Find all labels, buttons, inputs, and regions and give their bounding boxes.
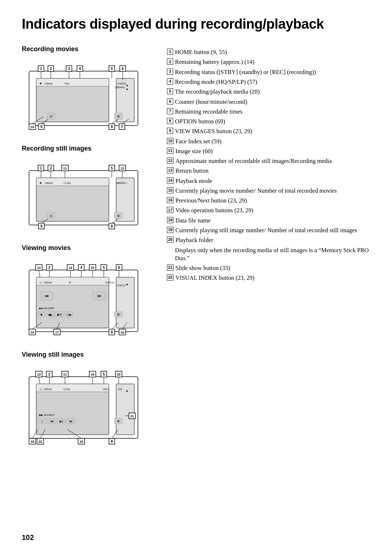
svg-text:16: 16 bbox=[121, 331, 124, 334]
svg-text:6: 6 bbox=[118, 266, 120, 270]
indicator-13: 13 Return button bbox=[167, 167, 370, 175]
svg-text:9: 9 bbox=[40, 224, 42, 228]
svg-text:★: ★ bbox=[39, 82, 42, 85]
recording-movies-title: Recording movies bbox=[22, 45, 156, 54]
svg-text:5: 5 bbox=[111, 67, 113, 71]
indicator-9: 9 VIEW IMAGES button (23, 29) bbox=[167, 127, 370, 135]
left-column: Recording movies 1 bbox=[22, 45, 156, 460]
svg-text:18: 18 bbox=[30, 331, 34, 334]
svg-text:⚙: ⚙ bbox=[117, 313, 120, 316]
svg-text:□1.0m: □1.0m bbox=[63, 388, 70, 390]
viewing-movies-section: Viewing movies 13 2 14 bbox=[22, 243, 156, 341]
page-number: 102 bbox=[22, 532, 34, 542]
recording-still-images-title: Recording still images bbox=[22, 144, 156, 153]
page-title: Indicators displayed during recording/pl… bbox=[22, 15, 370, 34]
svg-text:0:00:00: 0:00:00 bbox=[118, 82, 126, 85]
svg-text:⊳: ⊳ bbox=[69, 281, 72, 284]
indicator-22: 22 VISUAL INDEX button (23, 29) bbox=[167, 274, 370, 282]
svg-text:5: 5 bbox=[103, 372, 105, 376]
indicator-6: 6 Counter (hour/minute/second) bbox=[167, 98, 370, 106]
svg-text:101: 101 bbox=[118, 388, 122, 390]
svg-text:▶▶ 101-0014: ▶▶ 101-0014 bbox=[39, 414, 54, 416]
indicator-5: 5 The recording/playback media (20) bbox=[167, 88, 370, 96]
svg-text:▶II: ▶II bbox=[57, 313, 62, 316]
indicator-12: 12 Approximate number of recordable stil… bbox=[167, 157, 370, 165]
svg-text:□60min: □60min bbox=[44, 281, 52, 284]
svg-text:4: 4 bbox=[79, 67, 81, 71]
svg-rect-139 bbox=[116, 384, 134, 435]
svg-text:◀▶: ◀▶ bbox=[48, 313, 53, 316]
indicator-16: 16 Previous/Next button (23, 29) bbox=[167, 197, 370, 205]
indicator-2: 2 Remaining battery (approx.) (14) bbox=[167, 58, 370, 66]
right-column: 1 HOME button (9, 55) 2 Remaining batter… bbox=[167, 45, 370, 460]
svg-text:⊡: ⊡ bbox=[50, 214, 53, 218]
svg-text:2: 2 bbox=[48, 266, 50, 270]
svg-point-28 bbox=[126, 89, 128, 90]
indicator-7: 7 Remaining recordable times bbox=[167, 108, 370, 116]
svg-text:★: ★ bbox=[39, 181, 42, 185]
svg-text:8: 8 bbox=[111, 125, 113, 129]
svg-text:9999⚙+□: 9999⚙+□ bbox=[116, 182, 127, 184]
indicator-11: 11 Image size (60) bbox=[167, 147, 370, 155]
svg-text:22: 22 bbox=[38, 440, 42, 443]
svg-text:REC: REC bbox=[65, 82, 70, 85]
indicator-20-indent: Displays only when the recording media o… bbox=[167, 246, 370, 263]
svg-text:⚙: ⚙ bbox=[117, 419, 120, 423]
indicator-10: 10 Face Index set (59) bbox=[167, 138, 370, 146]
recording-movies-section: Recording movies 1 bbox=[22, 45, 156, 135]
svg-text:▶■ 101-0003: ▶■ 101-0003 bbox=[39, 307, 54, 310]
svg-text:[300min]: [300min] bbox=[115, 86, 124, 89]
svg-text:10: 10 bbox=[30, 125, 34, 129]
svg-text:6: 6 bbox=[122, 67, 124, 71]
indicator-21: 21 Slide show button (33) bbox=[167, 264, 370, 272]
svg-text:⏭: ⏭ bbox=[69, 419, 73, 423]
viewing-still-images-diagram: 13 2 11 19 5 20 bbox=[22, 362, 156, 452]
indicator-8: 8 OPTION button (69) bbox=[167, 118, 370, 126]
indicator-3: 3 Recording status ([STBY] (standby) or … bbox=[167, 68, 370, 76]
indicator-15: 15 Currently playing movie number/ Numbe… bbox=[167, 187, 370, 195]
svg-text:17: 17 bbox=[55, 331, 59, 334]
svg-text:13: 13 bbox=[37, 373, 41, 376]
indicator-list-2: 21 Slide show button (33) 22 VISUAL INDE… bbox=[167, 264, 370, 282]
svg-text:5: 5 bbox=[103, 266, 105, 270]
svg-text:3: 3 bbox=[68, 67, 70, 71]
indicator-1: 1 HOME button (9, 55) bbox=[167, 48, 370, 56]
svg-text:9: 9 bbox=[40, 125, 42, 129]
svg-text:☆: ☆ bbox=[41, 419, 44, 423]
indicator-18: 18 Data file name bbox=[167, 217, 370, 225]
svg-text:19: 19 bbox=[91, 373, 94, 376]
svg-text:⏭: ⏭ bbox=[97, 294, 101, 298]
svg-text:⊡: ⊡ bbox=[50, 115, 53, 118]
svg-text:16: 16 bbox=[79, 440, 83, 443]
svg-text:21: 21 bbox=[130, 414, 134, 418]
svg-text:8: 8 bbox=[111, 224, 113, 228]
svg-point-108 bbox=[126, 284, 128, 285]
svg-text:20: 20 bbox=[117, 373, 121, 376]
svg-text:⏮: ⏮ bbox=[50, 419, 54, 423]
svg-text:■: ■ bbox=[40, 313, 42, 316]
svg-text:▶II: ▶II bbox=[60, 420, 63, 423]
svg-text:2: 2 bbox=[50, 166, 52, 170]
svg-text:11: 11 bbox=[63, 167, 67, 170]
indicator-20: 20 Playback folder bbox=[167, 236, 370, 244]
svg-text:4: 4 bbox=[80, 266, 82, 270]
recording-still-images-section: Recording still images 1 2 11 bbox=[22, 144, 156, 235]
svg-text:14/14: 14/14 bbox=[102, 388, 109, 390]
svg-text:7: 7 bbox=[121, 125, 123, 129]
svg-text:◁: ◁ bbox=[39, 281, 42, 284]
indicator-4: 4 Recording mode (HQ/SP/LP) (57) bbox=[167, 78, 370, 86]
svg-text:2: 2 bbox=[50, 67, 52, 71]
svg-text:0:00:14: 0:00:14 bbox=[117, 284, 125, 287]
viewing-still-images-section: Viewing still images 13 2 11 bbox=[22, 350, 156, 452]
svg-text:□60min: □60min bbox=[44, 182, 53, 184]
svg-text:15: 15 bbox=[91, 266, 94, 270]
svg-text:5: 5 bbox=[111, 166, 113, 170]
svg-point-27 bbox=[126, 85, 128, 86]
svg-text:13: 13 bbox=[37, 266, 41, 270]
svg-text:18: 18 bbox=[30, 440, 34, 443]
viewing-movies-diagram: 13 2 14 4 15 5 bbox=[22, 255, 156, 341]
svg-text:⊙▶: ⊙▶ bbox=[67, 313, 72, 316]
svg-text:8: 8 bbox=[111, 439, 113, 443]
svg-text:⚙: ⚙ bbox=[117, 115, 120, 118]
indicator-17: 17 Video operation buttons (23, 29) bbox=[167, 206, 370, 214]
